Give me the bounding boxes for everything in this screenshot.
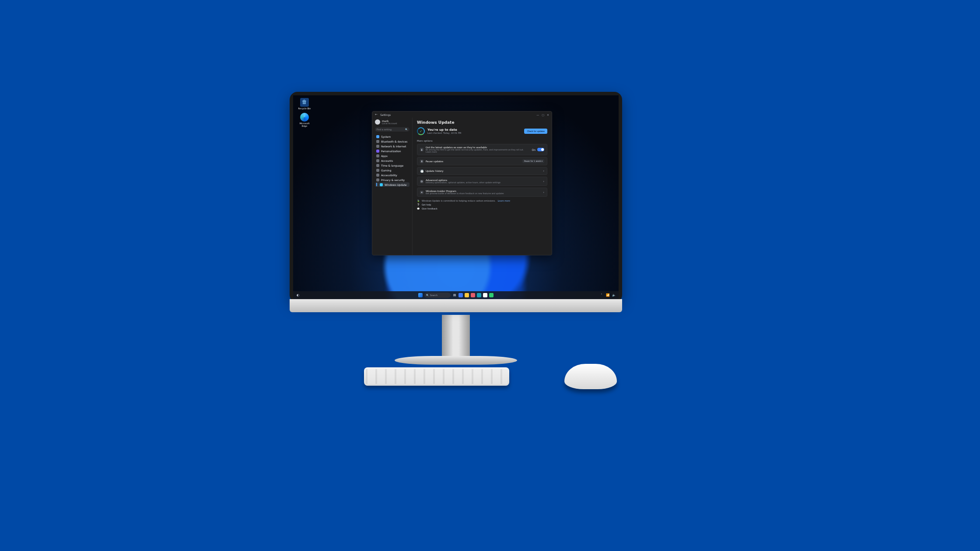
give-feedback-link[interactable]: 💬 Give feedback	[417, 207, 547, 210]
back-button[interactable]: ←	[375, 113, 378, 116]
desktop-icon-label: Microsoft Edge	[297, 122, 312, 127]
recycle-bin-icon: 🗑	[300, 98, 309, 107]
settings-search[interactable]: Find a setting 🔍	[375, 127, 410, 132]
taskbar-app-settings[interactable]	[483, 293, 487, 297]
monitor: 🗑 Recycle Bin Microsoft Edge ← Settings …	[290, 92, 622, 303]
sidebar-item-label: Windows Update	[385, 183, 406, 186]
settings-window: ← Settings — ▢ ✕ mark	[372, 111, 552, 255]
avatar	[375, 119, 380, 125]
hardware-mouse	[564, 364, 617, 389]
pause-duration-label: Pause for 1 week	[524, 160, 541, 162]
sidebar-item-personalization[interactable]: Personalization	[375, 149, 410, 153]
profile-account-type: Local Account	[382, 122, 397, 125]
learn-more-link[interactable]: Learn more	[498, 199, 511, 202]
card-title: Update history	[426, 170, 541, 172]
window-title: Settings	[380, 113, 391, 116]
edge-icon	[300, 113, 309, 122]
close-button[interactable]: ✕	[547, 113, 549, 116]
maximize-button[interactable]: ▢	[542, 113, 544, 116]
titlebar[interactable]: ← Settings — ▢ ✕	[372, 112, 552, 118]
sidebar-item-label: Gaming	[381, 169, 391, 172]
minimize-button[interactable]: —	[536, 113, 539, 116]
sidebar-item-bluetooth[interactable]: Bluetooth & devices	[375, 139, 410, 143]
sidebar-item-accessibility[interactable]: Accessibility	[375, 173, 410, 177]
sidebar-item-gaming[interactable]: Gaming	[375, 168, 410, 172]
check-for-updates-button[interactable]: Check for updates	[524, 129, 547, 134]
get-help-link[interactable]: ❔ Get help	[417, 203, 547, 206]
sidebar-item-apps[interactable]: Apps	[375, 153, 410, 158]
leaf-icon: 🍃	[417, 199, 420, 202]
help-icon: ❔	[417, 203, 420, 206]
update-status-row: You're up to date Last checked: Today, 1…	[417, 127, 547, 135]
update-status-icon	[417, 127, 425, 135]
sidebar-item-label: Personalization	[381, 150, 401, 153]
sidebar-item-label: Network & internet	[381, 145, 406, 148]
page-title: Windows Update	[417, 120, 547, 125]
card-sub: Get preview builds of Windows to share f…	[426, 192, 541, 195]
taskbar: ◐ 🔍 Search ▤ ˄ 📶 🔈	[293, 291, 619, 299]
desktop: 🗑 Recycle Bin Microsoft Edge ← Settings …	[293, 95, 619, 299]
sidebar-item-time-language[interactable]: Time & language	[375, 163, 410, 167]
sidebar-item-label: Bluetooth & devices	[381, 140, 407, 143]
taskbar-app-edge[interactable]	[465, 293, 469, 297]
sidebar-item-system[interactable]: System	[375, 134, 410, 139]
card-pause-updates[interactable]: ⏸ Pause updates Pause for 1 week ▾	[417, 157, 547, 165]
pause-icon: ⏸	[420, 160, 424, 163]
taskbar-search-placeholder: Search	[430, 294, 438, 296]
card-title: Pause updates	[426, 160, 520, 163]
feedback-icon: 💬	[417, 207, 420, 210]
desktop-icon-recycle-bin[interactable]: 🗑 Recycle Bin	[297, 98, 312, 110]
volume-tray-icon[interactable]: 🔈	[612, 293, 616, 297]
network-icon	[376, 145, 379, 148]
card-sub: Be among the first to get the latest non…	[426, 149, 529, 153]
settings-page: Windows Update You're up to date Last ch…	[413, 118, 552, 255]
accounts-icon	[376, 159, 379, 162]
taskbar-app-misc[interactable]	[489, 293, 494, 297]
sidebar-item-label: Accounts	[381, 159, 393, 162]
toggle-state-label: On	[532, 148, 536, 151]
task-view-button[interactable]: ▤	[452, 293, 457, 297]
apps-icon	[376, 154, 379, 157]
carbon-message-text: Windows Update is committed to helping r…	[422, 199, 496, 202]
widgets-button[interactable]: ◐	[296, 293, 300, 297]
taskbar-app-explorer[interactable]	[458, 293, 463, 297]
card-get-latest[interactable]: ⬇ Get the latest updates as soon as they…	[417, 144, 547, 155]
card-update-history[interactable]: 🕘 Update history	[417, 167, 547, 175]
taskbar-app-store[interactable]	[471, 293, 475, 297]
settings-sidebar: mark Local Account Find a setting 🔍 Syst…	[372, 118, 413, 255]
chevron-right-icon	[543, 180, 544, 183]
update-status-sub: Last checked: Today, 10:01 PM	[427, 132, 461, 134]
update-icon	[380, 183, 383, 186]
system-icon	[376, 135, 379, 138]
get-latest-toggle[interactable]	[537, 148, 544, 151]
chevron-right-icon	[543, 191, 544, 194]
pause-duration-dropdown[interactable]: Pause for 1 week ▾	[522, 159, 544, 163]
carbon-message: 🍃 Windows Update is committed to helping…	[417, 199, 547, 202]
hardware-keyboard	[364, 367, 509, 386]
more-options-label: More options	[417, 139, 547, 142]
start-button[interactable]	[418, 293, 423, 297]
search-icon: 🔍	[426, 294, 429, 296]
give-feedback-label: Give feedback	[422, 207, 438, 210]
get-help-label: Get help	[422, 203, 431, 206]
system-tray-chevron[interactable]: ˄	[599, 293, 604, 297]
network-tray-icon[interactable]: 📶	[606, 293, 610, 297]
gaming-icon	[376, 169, 379, 172]
hardware-neck	[442, 315, 470, 359]
card-advanced-options[interactable]: ⚙ Advanced options Delivery optimization…	[417, 177, 547, 186]
taskbar-search[interactable]: 🔍 Search	[424, 293, 451, 298]
card-sub: Delivery optimization, optional updates,…	[426, 181, 541, 184]
sidebar-item-accounts[interactable]: Accounts	[375, 158, 410, 163]
sidebar-item-network[interactable]: Network & internet	[375, 144, 410, 148]
hardware-base	[395, 356, 517, 365]
taskbar-app-mail[interactable]	[477, 293, 481, 297]
sidebar-item-windows-update[interactable]: Windows Update	[375, 182, 410, 187]
profile-block[interactable]: mark Local Account	[375, 119, 410, 125]
privacy-icon	[376, 178, 379, 181]
card-insider-program[interactable]: ✦ Windows Insider Program Get preview bu…	[417, 188, 547, 197]
sidebar-item-label: Privacy & security	[381, 178, 405, 181]
sidebar-item-label: Accessibility	[381, 174, 397, 177]
desktop-icon-edge[interactable]: Microsoft Edge	[297, 113, 312, 127]
sidebar-item-privacy[interactable]: Privacy & security	[375, 178, 410, 182]
search-placeholder: Find a setting	[377, 128, 392, 131]
